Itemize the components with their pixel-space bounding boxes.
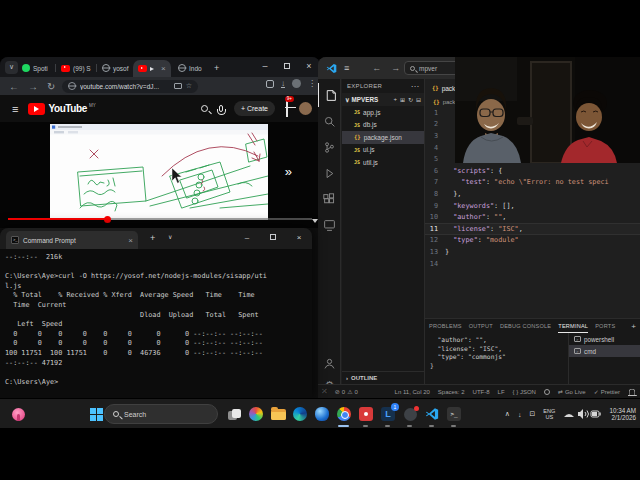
cmd-close-button[interactable]: × [286, 228, 312, 248]
workspace-folder-row[interactable]: ∨ MPVERS + ⊞ ↻ ⊟ [342, 93, 424, 106]
terminal-item-powershell[interactable]: > powershell [569, 333, 640, 345]
forward-icon[interactable]: → [28, 81, 38, 92]
tray-download-icon[interactable]: ↓ [518, 411, 522, 418]
cast-icon[interactable] [174, 83, 182, 89]
task-view-icon[interactable] [224, 404, 244, 424]
new-tab-button[interactable]: + [214, 60, 219, 76]
extensions-icon[interactable] [318, 187, 341, 211]
problems-status[interactable]: ⊘ 0 ⚠ 0 [335, 388, 358, 395]
photos-app-icon[interactable] [246, 404, 266, 424]
start-button[interactable] [86, 404, 106, 424]
file-item-ui-js[interactable]: JS ui.js [342, 144, 424, 157]
back-icon[interactable]: ← [9, 81, 19, 92]
outline-section[interactable]: ›OUTLINE [342, 371, 424, 384]
indentation[interactable]: Spaces: 2 [438, 389, 465, 395]
tray-clock[interactable]: 10:34 AM 2/1/2026 [609, 407, 636, 422]
reload-icon[interactable]: ↻ [47, 81, 55, 92]
file-item-db-js[interactable]: JS db.js [342, 119, 424, 132]
cmd-new-tab-button[interactable]: + [150, 233, 155, 243]
language-indicator[interactable]: ENG US [543, 408, 555, 420]
address-bar[interactable]: youtube.com/watch?v=dJ... ☆ [62, 80, 198, 93]
video-progress-bar[interactable] [8, 218, 312, 220]
cmd-output[interactable]: --:--:-- 216k C:\Users\Aye>curl -O https… [0, 249, 312, 398]
tray-upload-box-icon[interactable]: ⊡ [529, 410, 535, 418]
vscode-taskbar-icon[interactable] [422, 404, 442, 424]
progress-knob[interactable] [104, 216, 111, 223]
youtube-logo[interactable]: YouTube MY [28, 103, 95, 115]
panel-tab-problems[interactable]: PROBLEMS [429, 323, 462, 329]
file-item-package-json[interactable]: {} package.json [342, 131, 424, 144]
source-control-icon[interactable] [318, 135, 341, 159]
panel-tab-ports[interactable]: PORTS [595, 323, 615, 329]
eol[interactable]: LF [498, 389, 505, 395]
vscode-menu-icon[interactable]: ≡ [344, 63, 349, 73]
edge-icon[interactable] [290, 404, 310, 424]
run-debug-icon[interactable] [318, 161, 341, 185]
cmd-maximize-button[interactable] [260, 228, 286, 248]
browser-maximize-button[interactable] [276, 57, 298, 76]
browser-close-button[interactable]: × [298, 57, 320, 76]
file-item-util-js[interactable]: JS util.js [342, 156, 424, 169]
browser-tab-yosof[interactable]: yosof [102, 60, 129, 76]
panel-tab-debug-console[interactable]: DEBUG CONSOLE [500, 323, 551, 329]
taskbar-search[interactable]: Search [104, 404, 218, 424]
browser-tab-indo[interactable]: Indo [178, 60, 202, 76]
file-explorer-icon[interactable] [268, 404, 288, 424]
prettier-button[interactable]: ✓ Prettier [594, 388, 620, 395]
search-sidebar-icon[interactable] [318, 109, 341, 133]
panel-tab-terminal[interactable]: TERMINAL [558, 320, 588, 333]
cmd-tab[interactable]: >_ Command Prompt × [6, 231, 138, 249]
explorer-icon[interactable] [318, 83, 341, 107]
yt-avatar[interactable] [299, 102, 312, 115]
terminal-item-cmd[interactable]: > cmd [569, 345, 640, 357]
new-folder-icon[interactable]: ⊞ [400, 96, 405, 103]
encoding[interactable]: UTF-8 [473, 389, 490, 395]
bookmark-star-icon[interactable]: ☆ [186, 82, 192, 90]
yt-search-icon[interactable] [201, 105, 208, 112]
browser-tab-youtube-other[interactable]: (99) S [61, 60, 91, 76]
language-mode[interactable]: { } JSON [513, 389, 536, 395]
file-item-app-js[interactable]: JS app.js [342, 106, 424, 119]
explorer-more-icon[interactable]: ⋯ [411, 82, 419, 91]
new-terminal-icon[interactable]: + [631, 322, 636, 331]
tab-search-chevron-icon[interactable]: ∨ [5, 61, 18, 74]
terminal-output[interactable]: "author": "", "license": "ISC", "type": … [430, 336, 555, 370]
collapse-icon[interactable]: ⊟ [416, 96, 421, 103]
refresh-icon[interactable]: ↻ [408, 96, 413, 103]
browser-minimize-button[interactable]: – [254, 57, 276, 76]
cursor-position[interactable]: Ln 11, Col 20 [395, 389, 430, 395]
account-icon[interactable] [318, 351, 341, 375]
extensions-icon[interactable] [266, 80, 274, 88]
terminal-taskbar-icon[interactable]: >_ [444, 404, 464, 424]
l-app-icon[interactable]: L1 [378, 404, 398, 424]
panel-tab-output[interactable]: OUTPUT [469, 323, 493, 329]
remote-explorer-icon[interactable] [318, 213, 341, 237]
vscode-back-icon[interactable]: ← [372, 63, 381, 73]
yt-mic-icon[interactable] [219, 105, 223, 112]
downloads-icon[interactable]: ↓ [281, 80, 285, 88]
new-file-icon[interactable]: + [393, 96, 397, 103]
obs-recording-icon[interactable] [400, 404, 420, 424]
yt-create-button[interactable]: + Create [234, 101, 275, 116]
cmd-titlebar[interactable]: >_ Command Prompt × + ∨ – × [0, 228, 312, 249]
vscode-forward-icon[interactable]: → [391, 63, 400, 73]
remote-indicator-icon[interactable]: ⤫ [322, 388, 327, 395]
copilot-icon[interactable] [544, 389, 550, 395]
copilot-icon[interactable] [312, 404, 332, 424]
recorder-app-icon[interactable] [356, 404, 376, 424]
tray-overflow-chevron-icon[interactable]: ∧ [505, 410, 510, 418]
browser-tab-active-youtube[interactable]: × [133, 60, 171, 77]
tab-audio-icon[interactable] [150, 67, 156, 71]
cmd-minimize-button[interactable]: – [234, 228, 260, 248]
wifi-volume-battery-icons[interactable] [563, 408, 601, 420]
skip-chevron-icon[interactable]: » [285, 164, 292, 179]
menu-dots-icon[interactable]: ⋮ [308, 79, 316, 88]
browser-tab-spotify[interactable]: Spoti [22, 60, 48, 76]
video-player[interactable]: » [0, 122, 320, 228]
tab-close-icon[interactable]: × [161, 64, 166, 73]
go-live-button[interactable]: ⇄ Go Live [558, 388, 586, 395]
profile-avatar[interactable] [292, 79, 301, 88]
yt-notifications-button[interactable]: 9+ [286, 100, 288, 118]
notifications-bell-icon[interactable] [628, 388, 636, 396]
cmd-tab-dropdown-icon[interactable]: ∨ [168, 233, 172, 240]
